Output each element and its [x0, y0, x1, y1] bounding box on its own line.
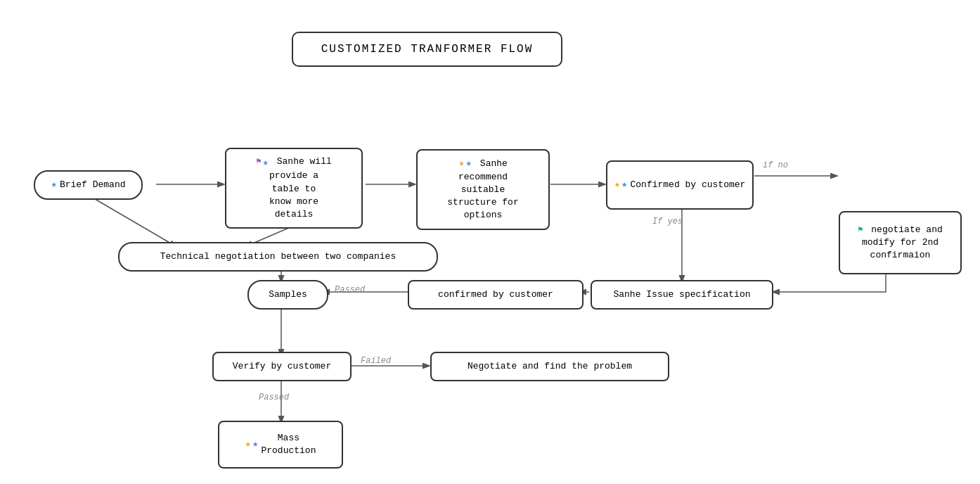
mass-production-icons: ★ ★	[245, 438, 259, 452]
sanhe-spec-text: Sanhe Issue specification	[613, 288, 750, 301]
sanhe-table-text: Sanhe willprovide atable toknow moredeta…	[269, 156, 332, 219]
confirmed-icons: ★ ★	[614, 178, 628, 192]
sanhe-recommend-icons: ★ ★	[458, 157, 472, 171]
verify-customer-node: Verify by customer	[212, 352, 352, 381]
flag-purple-icon: ⚑	[256, 156, 261, 170]
failed-label: Failed	[361, 356, 391, 366]
tech-negotiation-node: Technical negotiation between two compan…	[118, 242, 438, 272]
confirmed-customer2-node: confirmed by customer	[408, 280, 584, 310]
sanhe-spec-node: Sanhe Issue specification	[591, 280, 773, 310]
passed2-label: Passed	[259, 393, 289, 402]
if-no-label: if no	[763, 160, 788, 170]
star-blue-icon3: ★	[466, 157, 472, 171]
star-blue-icon5: ★	[252, 438, 258, 452]
star-yellow-icon2: ★	[614, 178, 620, 192]
svg-line-5	[91, 197, 176, 246]
negotiate-modify-text: negotiate andmodify for 2ndconfirmaion	[862, 224, 943, 260]
sanhe-table-node: ⚑ ★ Sanhe willprovide atable toknow more…	[225, 148, 363, 229]
brief-demand-icons: ★	[51, 178, 56, 192]
star-blue-icon: ★	[51, 178, 56, 192]
samples-node: Samples	[247, 280, 328, 310]
verify-customer-text: Verify by customer	[233, 360, 331, 373]
brief-demand-text: Brief Demand	[60, 179, 126, 191]
flag-green-icon: ⚑	[858, 224, 863, 236]
negotiate-problem-node: Negotiate and find the problem	[430, 352, 669, 381]
diagram-container: CUSTOMIZED TRANFORMER FLOW ★ Brief Deman…	[0, 0, 980, 484]
negotiate-modify-icons: ⚑	[858, 224, 863, 236]
negotiate-problem-text: Negotiate and find the problem	[468, 360, 632, 373]
star-blue-icon4: ★	[621, 178, 627, 192]
sanhe-recommend-node: ★ ★ Sanherecommendsuitablestructure foro…	[416, 149, 550, 230]
passed1-label: Passed	[335, 285, 365, 295]
title-text: CUSTOMIZED TRANFORMER FLOW	[321, 43, 534, 56]
sanhe-table-icons: ⚑ ★	[256, 156, 269, 170]
star-yellow-icon: ★	[458, 157, 464, 171]
negotiate-modify-node: ⚑ negotiate andmodify for 2ndconfirmaion	[839, 211, 962, 274]
confirmed-customer2-text: confirmed by customer	[438, 288, 553, 301]
star-blue-icon2: ★	[262, 156, 268, 170]
confirmed-customer-text: Confirmed by customer	[631, 179, 746, 191]
title-box: CUSTOMIZED TRANFORMER FLOW	[292, 32, 562, 67]
mass-production-node: ★ ★ MassProduction	[218, 421, 343, 469]
if-yes-label: If yes	[652, 217, 683, 227]
star-yellow-icon3: ★	[245, 438, 251, 452]
mass-production-text: MassProduction	[261, 432, 316, 457]
brief-demand-node: ★ Brief Demand	[34, 170, 143, 200]
confirmed-customer-node: ★ ★ Confirmed by customer	[606, 160, 754, 210]
samples-text: Samples	[269, 288, 307, 301]
tech-negotiation-text: Technical negotiation between two compan…	[160, 250, 396, 263]
